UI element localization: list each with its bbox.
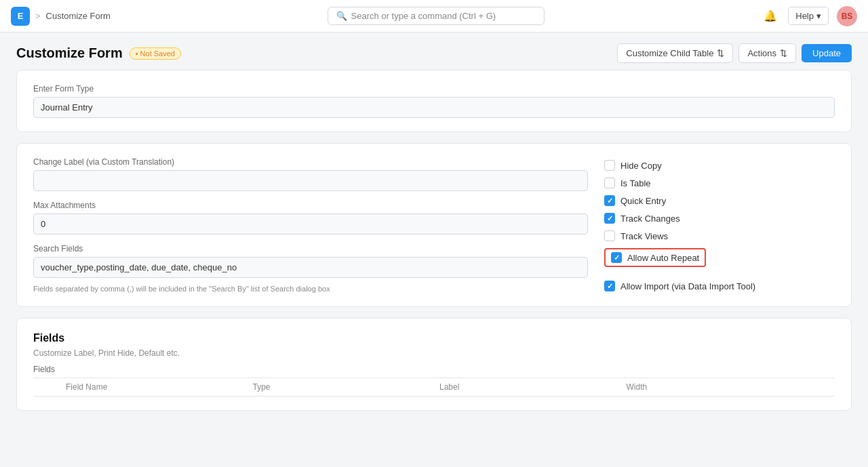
- customize-chevron-icon: ⇅: [717, 48, 724, 58]
- search-placeholder: Search or type a command (Ctrl + G): [351, 11, 496, 21]
- checkbox-quick-entry: Quick Entry: [604, 195, 835, 206]
- hide-copy-checkbox[interactable]: [604, 160, 615, 171]
- app-icon[interactable]: E: [11, 7, 30, 26]
- change-label-input[interactable]: [33, 170, 588, 191]
- settings-card: Change Label (via Custom Translation) Ma…: [16, 143, 852, 307]
- page-header: Customize Form • Not Saved Customize Chi…: [0, 33, 868, 70]
- max-attachments-input[interactable]: [33, 214, 588, 235]
- quick-entry-checkbox[interactable]: [604, 195, 615, 206]
- search-area: 🔍 Search or type a command (Ctrl + G): [111, 7, 761, 25]
- topnav: E > Customize Form 🔍 Search or type a co…: [0, 0, 868, 33]
- col-header-5: [808, 382, 835, 392]
- page-title: Customize Form: [16, 45, 123, 61]
- not-saved-badge: • Not Saved: [130, 47, 181, 60]
- allow-import-checkbox[interactable]: [604, 281, 615, 291]
- update-button[interactable]: Update: [802, 44, 852, 62]
- is-table-checkbox[interactable]: [604, 178, 615, 188]
- change-label-label: Change Label (via Custom Translation): [33, 157, 588, 167]
- avatar[interactable]: BS: [837, 6, 857, 26]
- notification-button[interactable]: 🔔: [761, 7, 780, 25]
- breadcrumb: Customize Form: [46, 11, 111, 21]
- checkbox-hide-copy: Hide Copy: [604, 160, 835, 171]
- page-title-area: Customize Form • Not Saved: [16, 45, 181, 61]
- search-fields-hint: Fields separated by comma (,) will be in…: [33, 285, 588, 293]
- col-header-2: Type: [248, 382, 435, 392]
- col-header-1: Field Name: [60, 382, 248, 392]
- breadcrumb-separator: >: [35, 11, 41, 21]
- allow-auto-repeat-checkbox[interactable]: [611, 252, 622, 263]
- settings-left: Change Label (via Custom Translation) Ma…: [33, 157, 588, 293]
- form-type-card: Enter Form Type: [16, 70, 852, 132]
- track-changes-checkbox[interactable]: [604, 213, 615, 224]
- max-attachments-label: Max Attachments: [33, 201, 588, 210]
- search-icon: 🔍: [336, 11, 347, 21]
- help-label: Help: [795, 11, 814, 21]
- help-chevron-icon: ▾: [816, 11, 821, 21]
- settings-right: Hide Copy Is Table Quick Entry Track Cha…: [604, 157, 835, 293]
- search-fields-input[interactable]: [33, 257, 588, 278]
- col-header-3: Label: [434, 382, 621, 392]
- notification-icon: 🔔: [764, 10, 777, 22]
- page-actions: Customize Child Table ⇅ Actions ⇅ Update: [617, 43, 852, 63]
- topnav-left: E > Customize Form: [11, 7, 111, 26]
- track-views-checkbox[interactable]: [604, 230, 615, 241]
- form-type-label: Enter Form Type: [33, 84, 835, 94]
- fields-table-header: Field Name Type Label Width: [33, 378, 835, 397]
- form-type-section: Enter Form Type: [33, 84, 835, 118]
- actions-label: Actions: [747, 48, 776, 58]
- search-bar[interactable]: 🔍 Search or type a command (Ctrl + G): [328, 7, 545, 25]
- search-fields-label: Search Fields: [33, 244, 588, 253]
- actions-chevron-icon: ⇅: [780, 48, 787, 58]
- fields-card: Fields Customize Label, Print Hide, Defa…: [16, 318, 852, 411]
- not-saved-label: • Not Saved: [136, 49, 175, 58]
- topnav-right: 🔔 Help ▾ BS: [761, 6, 857, 26]
- checkbox-allow-auto-repeat-container: Allow Auto Repeat: [604, 248, 835, 274]
- col-header-0: [33, 382, 60, 392]
- customize-child-table-button[interactable]: Customize Child Table ⇅: [617, 43, 733, 63]
- fields-subtitle: Customize Label, Print Hide, Default etc…: [33, 348, 835, 358]
- checkbox-track-changes: Track Changes: [604, 213, 835, 224]
- settings-two-col: Change Label (via Custom Translation) Ma…: [33, 157, 835, 293]
- form-type-input[interactable]: [33, 97, 835, 118]
- help-button[interactable]: Help ▾: [788, 7, 829, 25]
- col-header-4: Width: [621, 382, 808, 392]
- checkbox-track-views: Track Views: [604, 230, 835, 241]
- main-content: Enter Form Type Change Label (via Custom…: [0, 70, 868, 438]
- allow-auto-repeat-highlight: Allow Auto Repeat: [604, 248, 706, 267]
- fields-title: Fields: [33, 332, 835, 344]
- checkbox-is-table: Is Table: [604, 178, 835, 188]
- checkbox-allow-import: Allow Import (via Data Import Tool): [604, 281, 835, 291]
- fields-label: Fields: [33, 365, 835, 374]
- actions-button[interactable]: Actions ⇅: [738, 43, 796, 63]
- customize-child-table-label: Customize Child Table: [626, 48, 713, 58]
